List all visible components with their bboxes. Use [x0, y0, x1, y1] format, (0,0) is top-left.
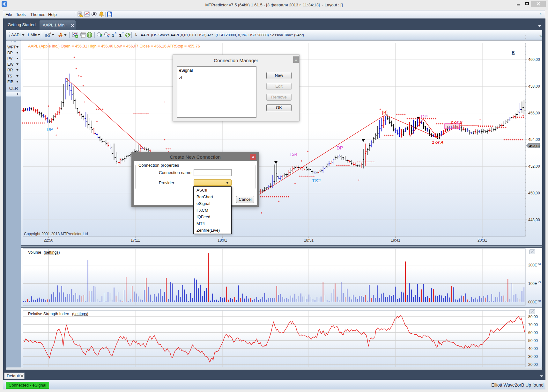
- svg-text:30,00: 30,00: [528, 354, 538, 359]
- svg-text:456,00: 456,00: [528, 111, 540, 115]
- svg-text:+3: +3: [537, 262, 541, 265]
- svg-text:+3: +3: [537, 281, 541, 284]
- svg-text:100E: 100E: [528, 281, 537, 286]
- svg-text:(settings): (settings): [72, 312, 88, 316]
- svg-text:60,00: 60,00: [528, 330, 538, 335]
- svg-text:17:11: 17:11: [130, 238, 140, 243]
- svg-text:20,00: 20,00: [528, 362, 538, 367]
- svg-text:18:01: 18:01: [218, 238, 227, 243]
- svg-text:20:31: 20:31: [478, 238, 487, 243]
- svg-text:200E: 200E: [528, 263, 537, 267]
- svg-text:Relative Strength Index: Relative Strength Index: [28, 312, 69, 316]
- svg-text:40,00: 40,00: [528, 346, 538, 351]
- svg-text:DP: DP: [337, 145, 343, 150]
- svg-text:19:41: 19:41: [391, 238, 400, 243]
- svg-text:70,00: 70,00: [528, 323, 538, 327]
- svg-text:Volume: Volume: [28, 250, 41, 255]
- svg-text:80,00: 80,00: [528, 315, 538, 319]
- svg-text:50,00: 50,00: [528, 338, 538, 343]
- svg-text:452,00: 452,00: [528, 164, 540, 169]
- svg-text:450,00: 450,00: [528, 191, 540, 195]
- svg-text:448,00: 448,00: [528, 218, 540, 222]
- svg-text:454,00: 454,00: [528, 137, 540, 142]
- svg-text:+0: +0: [537, 299, 541, 302]
- svg-text:{B}: {B}: [382, 110, 388, 115]
- svg-text:453,62: 453,62: [529, 144, 540, 148]
- svg-text:458,00: 458,00: [528, 84, 540, 89]
- svg-text:AAPL (Apple Inc.) Open = 456,3: AAPL (Apple Inc.) Open = 456,31 High = 4…: [28, 44, 200, 48]
- svg-text:460,00: 460,00: [528, 57, 540, 62]
- svg-text:R: R: [512, 50, 515, 55]
- svg-text:000E: 000E: [528, 300, 537, 304]
- svg-text:DP: DP: [421, 114, 428, 119]
- svg-text:DP: DP: [47, 127, 53, 132]
- svg-text:TS4: TS4: [289, 151, 298, 157]
- svg-text:18:51: 18:51: [304, 238, 314, 243]
- svg-text:TS2: TS2: [312, 178, 321, 183]
- svg-text:2 or B: 2 or B: [450, 120, 463, 125]
- svg-text:1 or A: 1 or A: [432, 140, 443, 145]
- svg-text:Copyright 2001-2013 MTPredicto: Copyright 2001-2013 MTPredictor Ltd: [24, 232, 88, 236]
- svg-text:22:50: 22:50: [44, 238, 53, 243]
- svg-text:(settings): (settings): [44, 250, 60, 255]
